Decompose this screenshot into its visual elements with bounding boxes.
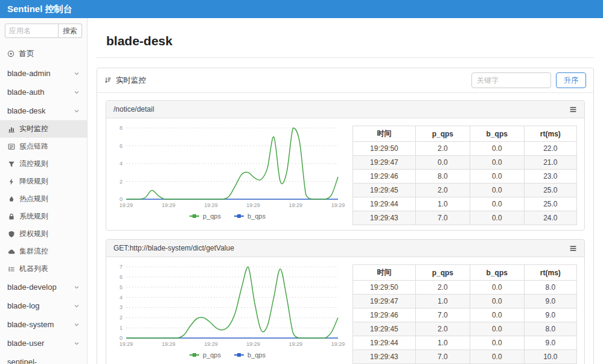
sidebar-item-cluster-link[interactable]: 簇点链路: [0, 138, 87, 155]
chevron-down-icon: [74, 284, 80, 290]
svg-text:19:29: 19:29: [331, 202, 345, 208]
table-cell: 19:29:50: [353, 142, 416, 156]
keyword-input[interactable]: [471, 72, 551, 88]
table-row: 19:29:46 7.0 0.0 9.0: [353, 308, 577, 322]
svg-text:0: 0: [120, 196, 123, 202]
table-row: 19:29:47 0.0 0.0 21.0: [353, 156, 577, 170]
sidebar-group-blade-auth[interactable]: blade-auth: [0, 83, 87, 101]
svg-text:7: 7: [120, 264, 123, 270]
table-cell: 9.0: [524, 308, 576, 322]
chevron-down-icon: [74, 71, 80, 77]
svg-text:4: 4: [120, 295, 123, 301]
table-cell: 0.0: [470, 322, 524, 336]
table-cell: 9.0: [524, 295, 576, 308]
sidebar-group-blade-system[interactable]: blade-system: [0, 315, 87, 334]
table-cell: 0.0: [470, 350, 524, 364]
card-header: 实时监控 升序: [97, 68, 593, 93]
sidebar-group-label: blade-develop: [7, 283, 57, 292]
sidebar-group-label: blade-auth: [7, 88, 44, 97]
chevron-down-icon: [74, 340, 80, 346]
sidebar-group-blade-log[interactable]: blade-log: [0, 296, 87, 315]
sidebar-item-label: 降级规则: [19, 176, 48, 187]
menu-icon[interactable]: [569, 106, 577, 113]
table-row: 19:29:50 2.0 0.0 8.0: [353, 281, 577, 295]
table-row: 19:29:44 1.0 0.0 25.0: [353, 197, 577, 211]
svg-text:6: 6: [120, 143, 123, 149]
legend-item[interactable]: b_qps: [234, 351, 266, 359]
table-cell: 0.0: [470, 281, 524, 295]
legend-item[interactable]: b_qps: [234, 212, 266, 220]
table-row: 19:29:43 7.0 0.0 10.0: [353, 350, 577, 364]
app-search-input[interactable]: [5, 24, 59, 38]
svg-text:2: 2: [120, 315, 123, 321]
table-cell: 25.0: [524, 197, 576, 211]
table-cell: 23.0: [524, 170, 576, 184]
sidebar-item-system-rules[interactable]: 系统规则: [0, 208, 87, 225]
table-cell: 2.0: [415, 184, 470, 197]
table-cell: 21.0: [524, 156, 576, 170]
app-header: Sentinel 控制台: [0, 0, 603, 18]
chevron-down-icon: [74, 108, 80, 114]
table-cell: 0.0: [470, 170, 524, 184]
qps-line-chart: 0123456719:2919:2919:2919:2919:2919:29: [110, 263, 345, 348]
legend-item[interactable]: p_qps: [190, 212, 221, 220]
blade-desk-submenu: 实时监控 簇点链路 流控规则 降级规则 热点规则 系统规则: [0, 120, 87, 278]
table-cell: 0.0: [470, 295, 524, 308]
search-button[interactable]: 搜索: [59, 24, 82, 38]
shield-icon: [8, 231, 15, 238]
col-header-time: 时间: [353, 265, 416, 281]
sidebar-item-realtime-monitor[interactable]: 实时监控: [0, 120, 87, 138]
table-cell: 9.0: [524, 336, 576, 350]
sidebar-group-label: blade-system: [7, 320, 54, 329]
sidebar-item-hotspot-rules[interactable]: 热点规则: [0, 190, 87, 208]
sidebar-item-cluster-flow[interactable]: 集群流控: [0, 243, 87, 260]
table-cell: 2.0: [415, 322, 470, 336]
metrics-table-wrap: 时间 p_qps b_qps rt(ms) 19:29:50: [353, 263, 577, 364]
table-row: 19:29:43 7.0 0.0 24.0: [353, 211, 577, 225]
app-title: Sentinel 控制台: [7, 4, 72, 15]
metrics-table: 时间 p_qps b_qps rt(ms) 19:29:50: [353, 264, 577, 364]
sidebar: 搜索 首页 blade-admin blade-auth blade-desk …: [0, 18, 88, 364]
page-title: blade-desk: [106, 34, 594, 48]
sidebar-item-flow-rules[interactable]: 流控规则: [0, 155, 87, 173]
sort-asc-button[interactable]: 升序: [556, 72, 586, 88]
svg-text:19:29: 19:29: [204, 341, 218, 347]
table-cell: 19:29:46: [353, 308, 416, 322]
resource-panel-dict-getvalue: GET:http://blade-system/dict/getValue 01…: [106, 239, 585, 364]
table-row: 19:29:44 1.0 0.0 9.0: [353, 336, 577, 350]
table-header-row: 时间 p_qps b_qps rt(ms): [353, 126, 577, 142]
sidebar-group-blade-desk[interactable]: blade-desk: [0, 101, 87, 120]
panel-header: /notice/detail: [106, 101, 584, 118]
sidebar-group-blade-develop[interactable]: blade-develop: [0, 278, 87, 296]
col-header-pqps: p_qps: [415, 126, 470, 142]
sidebar-item-degrade-rules[interactable]: 降级规则: [0, 173, 87, 190]
table-row: 19:29:45 2.0 0.0 25.0: [353, 184, 577, 197]
realtime-monitor-card: 实时监控 升序 /notice/detail 0246819:29: [97, 68, 594, 364]
table-cell: 8.0: [524, 322, 576, 336]
svg-text:5: 5: [120, 284, 123, 290]
resource-panel-notice-detail: /notice/detail 0246819:2919:2919:2919:29…: [106, 100, 585, 231]
sidebar-group-blade-user[interactable]: blade-user: [0, 334, 87, 353]
sort-lines-icon: [104, 77, 112, 84]
table-cell: 1.0: [415, 336, 470, 350]
fire-icon: [8, 196, 15, 203]
table-cell: 19:29:44: [353, 336, 416, 350]
table-cell: 10.0: [524, 350, 576, 364]
svg-text:19:29: 19:29: [246, 202, 260, 208]
sidebar-item-authority-rules[interactable]: 授权规则: [0, 225, 87, 243]
sidebar-item-home[interactable]: 首页: [0, 43, 87, 64]
legend-item[interactable]: p_qps: [190, 351, 221, 359]
sidebar-group-blade-admin[interactable]: blade-admin: [0, 64, 87, 83]
table-header-row: 时间 p_qps b_qps rt(ms): [353, 265, 577, 281]
funnel-icon: [8, 161, 15, 168]
menu-icon[interactable]: [569, 244, 577, 252]
table-cell: 7.0: [415, 308, 470, 322]
sidebar-group-sentinel-dashboard[interactable]: sentinel-dashboard: [0, 353, 87, 364]
table-cell: 0.0: [470, 184, 524, 197]
sidebar-item-machine-list[interactable]: 机器列表: [0, 260, 87, 278]
sidebar-item-label: 集群流控: [19, 246, 48, 257]
table-cell: 0.0: [470, 156, 524, 170]
panel-body: 0246819:2919:2919:2919:2919:2919:29 p_qp…: [106, 118, 584, 230]
table-row: 19:29:46 8.0 0.0 23.0: [353, 170, 577, 184]
svg-text:19:29: 19:29: [162, 202, 176, 208]
